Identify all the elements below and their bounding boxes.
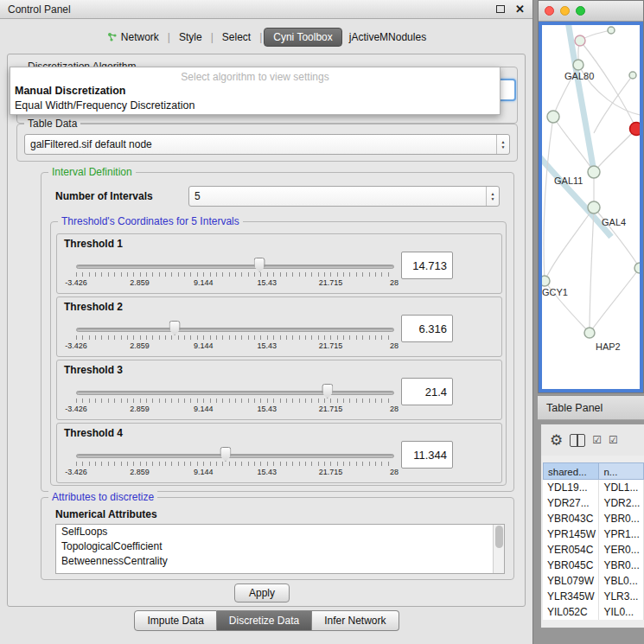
dropdown-item-manual-discretization[interactable]: Manual Discretization: [10, 84, 500, 99]
scale-label: 21.715: [319, 405, 343, 413]
threshold-3-value-field[interactable]: 21.4: [401, 378, 453, 405]
table-cell[interactable]: YDR27...: [543, 495, 599, 511]
network-node[interactable]: [629, 72, 636, 79]
top-tab-bar: Network | Style | Select | Cyni Toolbox …: [0, 28, 533, 47]
list-item[interactable]: TopologicalCoefficient: [56, 539, 504, 554]
table-cell[interactable]: YLR345W: [543, 589, 599, 604]
network-node-gal11[interactable]: [588, 166, 600, 178]
float-window-icon[interactable]: [496, 5, 505, 13]
table-row[interactable]: YDL19... YDL1...: [543, 480, 644, 495]
table-data-combo[interactable]: galFiltered.sif default node ▲ ▼: [24, 134, 510, 155]
tab-impute-data[interactable]: Impute Data: [134, 610, 216, 631]
slider-thumb[interactable]: [254, 258, 265, 272]
combo-spinner-icon[interactable]: ▲ ▼: [486, 187, 499, 206]
tab-jactivemnodules[interactable]: jActiveMNodules: [342, 28, 433, 47]
slider-track[interactable]: [76, 265, 394, 269]
network-node[interactable]: [634, 263, 641, 273]
network-node-gcy1[interactable]: [542, 276, 550, 286]
table-cell[interactable]: YBR0...: [599, 511, 644, 526]
tab-style[interactable]: Style: [172, 28, 209, 47]
table-cell[interactable]: YDL19...: [543, 480, 599, 495]
threshold-4-value-field[interactable]: 11.344: [401, 441, 453, 469]
table-cell[interactable]: YBR0...: [599, 558, 644, 573]
numerical-attributes-label: Numerical Attributes: [55, 508, 157, 520]
numerical-attributes-list[interactable]: SelfLoops TopologicalCoefficient Between…: [55, 524, 505, 574]
slider-thumb[interactable]: [169, 321, 181, 335]
tab-infer-network[interactable]: Infer Network: [312, 610, 399, 631]
gear-icon[interactable]: ⚙: [550, 433, 563, 448]
network-node[interactable]: [608, 27, 615, 34]
network-node[interactable]: [575, 35, 585, 46]
tab-cyni-toolbox[interactable]: Cyni Toolbox: [264, 28, 341, 47]
list-item[interactable]: BetweennessCentrality: [56, 554, 504, 569]
threshold-3-slider[interactable]: -3.426 2.859 9.144 15.43 21.715 28: [76, 383, 394, 418]
node-label-hap2: HAP2: [596, 341, 621, 352]
column-header-shared-name[interactable]: shared...: [543, 462, 599, 480]
threshold-2-slider[interactable]: -3.426 2.859 9.144 15.43 21.715 28: [76, 320, 394, 354]
table-row[interactable]: YPR145W YPR1...: [543, 526, 644, 542]
dropdown-item-equal-width-frequency[interactable]: Equal Width/Frequency Discretization: [10, 99, 500, 113]
list-item[interactable]: SelfLoops: [56, 525, 504, 539]
table-cell[interactable]: YPR1...: [599, 526, 644, 542]
slider-track[interactable]: [76, 328, 394, 332]
zoom-traffic-light[interactable]: [576, 6, 585, 16]
tab-discretize-data[interactable]: Discretize Data: [217, 610, 312, 631]
table-cell[interactable]: YER0...: [599, 542, 644, 558]
slider-thumb[interactable]: [322, 384, 333, 399]
close-icon[interactable]: ✕: [515, 3, 525, 16]
table-cell[interactable]: YBR043C: [543, 511, 599, 526]
select-columns-icon[interactable]: ☑: [592, 435, 602, 445]
network-canvas[interactable]: GAL80 GAL11 GAL4 GCY1 HAP2: [539, 22, 643, 392]
table-cell[interactable]: YBR045C: [543, 558, 599, 573]
cyni-toolbox-panel: Discretization Algorithm Select algorith…: [7, 54, 526, 607]
number-of-intervals-combo[interactable]: 5 ▲ ▼: [188, 186, 500, 207]
select-all-icon[interactable]: ☑: [609, 435, 618, 445]
table-cell[interactable]: YLR3...: [599, 589, 644, 604]
network-node-hap2[interactable]: [584, 328, 595, 338]
table-cell[interactable]: YIL0...: [599, 604, 644, 620]
table-cell[interactable]: YDR2...: [599, 495, 644, 511]
threshold-1-value-field[interactable]: 14.713: [401, 252, 453, 279]
table-row[interactable]: YBR045C YBR0...: [543, 558, 644, 573]
table-row[interactable]: YBR043C YBR0...: [543, 511, 644, 526]
scale-label: 28: [390, 405, 399, 413]
list-scrollbar[interactable]: [493, 525, 504, 573]
table-panel-header[interactable]: Table Panel: [538, 395, 644, 420]
threshold-2-value-field[interactable]: 6.316: [401, 315, 453, 342]
slider-track[interactable]: [76, 391, 394, 395]
combo-spinner-icon[interactable]: ▲ ▼: [496, 135, 509, 154]
network-node[interactable]: [547, 111, 559, 123]
slider-track[interactable]: [76, 454, 394, 458]
table-row[interactable]: YDR27... YDR2...: [543, 495, 644, 511]
network-node-gal80[interactable]: [573, 60, 583, 70]
table-cell[interactable]: YBL079W: [543, 573, 599, 589]
control-panel-titlebar[interactable]: Control Panel ✕: [0, 0, 532, 19]
table-row[interactable]: YLR345W YLR3...: [543, 589, 644, 604]
table-cell[interactable]: YIL052C: [543, 604, 599, 620]
spinner-up-icon: ▲: [501, 140, 506, 144]
network-window-titlebar[interactable]: [539, 1, 643, 22]
node-label-gcy1: GCY1: [542, 287, 568, 297]
table-cell[interactable]: YPR145W: [543, 526, 599, 542]
columns-icon[interactable]: [570, 434, 585, 447]
table-row[interactable]: YIL052C YIL0...: [543, 604, 644, 620]
minimize-traffic-light[interactable]: [560, 6, 570, 16]
table-cell[interactable]: YER054C: [543, 542, 599, 558]
tab-select[interactable]: Select: [215, 28, 258, 47]
column-header-name[interactable]: n...: [599, 462, 644, 480]
slider-thumb[interactable]: [220, 447, 231, 462]
threshold-1-slider[interactable]: -3.426 2.859 9.144 15.43 21.715 28: [76, 257, 394, 291]
apply-button[interactable]: Apply: [234, 583, 290, 603]
threshold-4-slider[interactable]: -3.426 2.859 9.144 15.43 21.715 28: [76, 446, 394, 481]
scale-label: 28: [390, 278, 399, 287]
close-traffic-light[interactable]: [545, 6, 554, 16]
table-cell[interactable]: YDL1...: [599, 480, 644, 495]
table-row[interactable]: YBL079W YBL0...: [543, 573, 644, 589]
scale-label: 9.144: [194, 405, 214, 413]
table-cell[interactable]: YBL0...: [599, 573, 644, 589]
table-row[interactable]: YER054C YER0...: [543, 542, 644, 558]
scrollbar-thumb[interactable]: [495, 526, 503, 548]
network-node-gal4[interactable]: [588, 201, 600, 214]
tab-network[interactable]: Network: [100, 28, 166, 47]
network-node-selected-red[interactable]: [630, 123, 642, 136]
